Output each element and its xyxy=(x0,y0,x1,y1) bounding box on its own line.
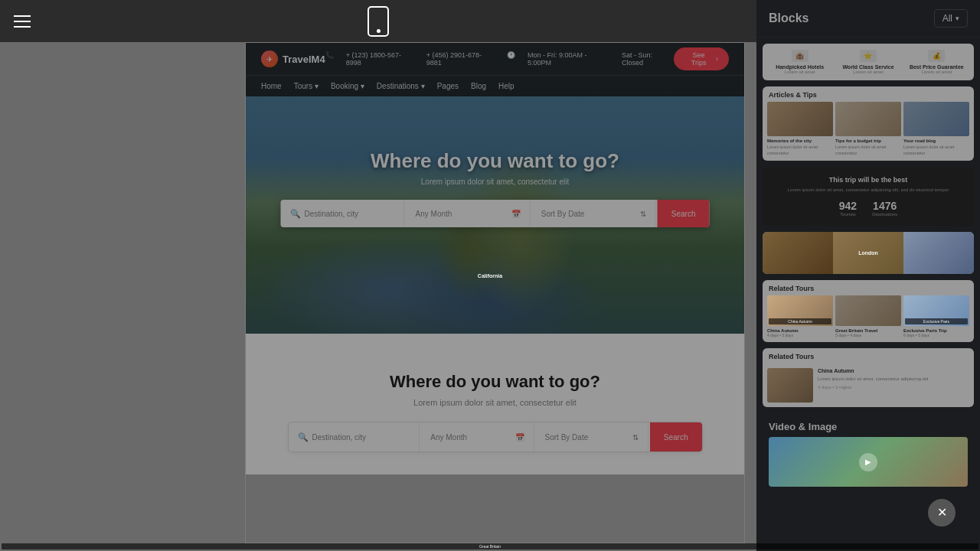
close-button[interactable]: ✕ xyxy=(928,499,956,527)
gallery-img-2: London xyxy=(833,232,903,274)
gallery-row: California London xyxy=(763,232,974,274)
tour-badge-1: China Autumn xyxy=(769,318,831,324)
video-play-button[interactable]: ▶ xyxy=(859,453,877,471)
gallery-img-1: California xyxy=(763,232,833,274)
video-thumbnail[interactable]: ▶ xyxy=(769,437,968,487)
right-panel: Blocks All ▾ 🏨 Handpicked Hotels Lorem s… xyxy=(756,0,980,551)
block-gallery[interactable]: California London xyxy=(763,232,974,274)
tour-img-1: China Autumn xyxy=(767,295,833,326)
blocks-list: 🏨 Handpicked Hotels Lorem sit amet ⭐ Wor… xyxy=(756,37,980,511)
top-bar xyxy=(0,0,756,42)
gallery-item-3 xyxy=(903,232,974,274)
gallery-item-1: California xyxy=(763,232,833,274)
close-icon: ✕ xyxy=(937,507,947,519)
gallery-overlay-2: London xyxy=(833,232,903,274)
hamburger-menu[interactable] xyxy=(14,15,31,28)
mobile-preview-icon[interactable] xyxy=(368,6,389,37)
gallery-img-3 xyxy=(903,232,974,274)
tour-img-3: Exclusive Paris xyxy=(903,295,969,326)
gallery-item-2: London xyxy=(833,232,903,274)
gallery-label-2: London xyxy=(858,250,878,256)
tour-badge-3: Exclusive Paris xyxy=(905,318,968,324)
